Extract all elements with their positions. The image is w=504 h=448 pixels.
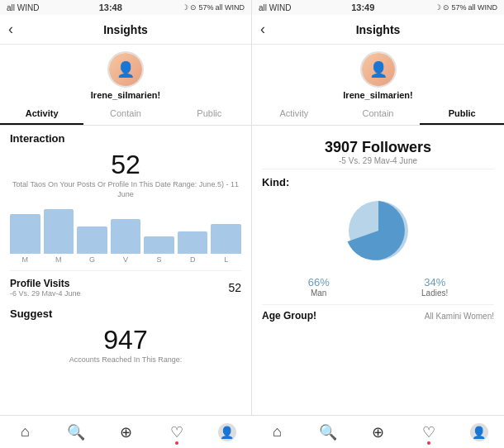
interaction-subtext: Total Taos On Your Posts Or Profile In T…: [10, 180, 241, 199]
left-status-bar: all WIND 13:48 ☽ ⊙ 57% all WIND: [0, 0, 251, 15]
left-time: 13:48: [99, 2, 122, 12]
bar-4: [111, 219, 141, 254]
bar-chart: [10, 204, 241, 254]
left-nav-like[interactable]: ♡: [151, 416, 202, 448]
ladies-pct: 34%: [421, 276, 448, 288]
right-status-bar: all WIND 13:49 ☽ ⊙ 57% all WIND: [252, 0, 504, 15]
bar-1: [10, 214, 40, 254]
left-header: ‹ Insights: [0, 15, 251, 45]
left-tab-contain[interactable]: Contain: [83, 103, 167, 125]
left-nav-home[interactable]: ⌂: [0, 416, 50, 448]
followers-count: 3907 Followers: [262, 139, 494, 156]
left-screen: all WIND 13:48 ☽ ⊙ 57% all WIND ‹ Insigh…: [0, 0, 252, 415]
right-carrier: all WIND: [259, 3, 291, 12]
left-nav: ⌂ 🔍 ⊕ ♡ 👤: [0, 416, 252, 448]
suggest-subtext: Accounts Reached In This Range:: [10, 355, 241, 365]
left-avatar: 👤: [107, 51, 144, 88]
right-tab-activity[interactable]: Activity: [252, 103, 336, 125]
profile-visits-label: Profile Visits: [10, 278, 81, 289]
right-avatar: 👤: [360, 51, 397, 88]
ladies-label: Ladies!: [421, 288, 448, 298]
left-nav-profile[interactable]: 👤: [202, 416, 252, 448]
legend-ladies: 34% Ladies!: [421, 276, 448, 298]
bar-2: [44, 209, 74, 254]
interaction-count: 52: [10, 150, 241, 180]
man-pct: 66%: [308, 276, 330, 288]
left-tab-public[interactable]: Public: [168, 103, 251, 125]
right-nav-search[interactable]: 🔍: [302, 416, 353, 448]
right-status-icons: ☽ ⊙ 57% all WIND: [435, 3, 497, 12]
followers-section: 3907 Followers -5 Vs. 29 Mav-4 June: [262, 132, 494, 169]
right-tab-contain[interactable]: Contain: [336, 103, 421, 125]
bar-labels: M M G V S D L: [10, 255, 241, 264]
right-tabs: Activity Contain Public: [252, 103, 504, 126]
right-screen: all WIND 13:49 ☽ ⊙ 57% all WIND ‹ Insigh…: [252, 0, 504, 415]
right-page-title: Insights: [356, 23, 401, 36]
left-nav-add[interactable]: ⊕: [101, 416, 151, 448]
right-time: 13:49: [351, 2, 374, 12]
left-page-title: Insights: [103, 23, 148, 36]
right-back-button[interactable]: ‹: [260, 21, 265, 38]
bottom-nav: ⌂ 🔍 ⊕ ♡ 👤 ⌂ 🔍 ⊕ ♡ 👤: [0, 415, 504, 448]
interaction-title: Interaction: [10, 132, 241, 145]
right-nav-profile[interactable]: 👤: [454, 416, 504, 448]
bar-5: [144, 236, 174, 254]
left-carrier: all WIND: [7, 3, 39, 12]
age-group-label: Age Group!: [262, 310, 316, 322]
age-group-value: All Kamini Women!: [425, 312, 494, 321]
right-profile-section: 👤 Irene_silmarien!: [252, 45, 504, 103]
left-tabs: Activity Contain Public: [0, 103, 251, 126]
left-profile-section: 👤 Irene_silmarien!: [0, 45, 251, 103]
pie-chart: [341, 193, 416, 268]
legend-man: 66% Man: [308, 276, 330, 298]
suggest-title: Suggest: [10, 307, 241, 320]
left-tab-activity[interactable]: Activity: [0, 103, 83, 125]
pie-legend: 66% Man 34% Ladies!: [262, 276, 494, 298]
suggest-section: Suggest 947 Accounts Reached In This Ran…: [10, 307, 241, 365]
left-nav-search[interactable]: 🔍: [50, 416, 101, 448]
left-status-icons: ☽ ⊙ 57% all WIND: [182, 3, 245, 12]
bar-6: [178, 231, 208, 254]
right-username: Irene_silmarien!: [343, 90, 412, 100]
profile-visits-value: 52: [228, 281, 241, 294]
right-nav-like[interactable]: ♡: [403, 416, 454, 448]
right-nav-home[interactable]: ⌂: [252, 416, 302, 448]
profile-visits-sub: -6 Vs. 29 Mav-4 June: [10, 289, 81, 298]
bar-3: [77, 226, 107, 254]
right-nav-add[interactable]: ⊕: [353, 416, 403, 448]
suggest-count: 947: [10, 325, 241, 355]
profile-visits-row: Profile Visits -6 Vs. 29 Mav-4 June 52: [10, 270, 241, 304]
followers-comparison: -5 Vs. 29 Mav-4 June: [262, 156, 494, 165]
kind-label: Kind:: [262, 176, 494, 188]
age-group-row: Age Group! All Kamini Women!: [262, 304, 494, 322]
kind-section: Kind: 66% Man: [262, 176, 494, 298]
right-nav: ⌂ 🔍 ⊕ ♡ 👤: [252, 416, 504, 448]
left-username: Irene_silmarien!: [91, 90, 160, 100]
right-header: ‹ Insights: [252, 15, 504, 45]
left-content: Interaction 52 Total Taos On Your Posts …: [0, 126, 251, 415]
left-back-button[interactable]: ‹: [8, 21, 13, 38]
bar-7: [211, 224, 241, 254]
right-content: 3907 Followers -5 Vs. 29 Mav-4 June Kind…: [252, 126, 504, 415]
pie-container: 66% Man 34% Ladies!: [262, 193, 494, 298]
man-label: Man: [308, 288, 330, 298]
right-tab-public[interactable]: Public: [420, 103, 504, 125]
